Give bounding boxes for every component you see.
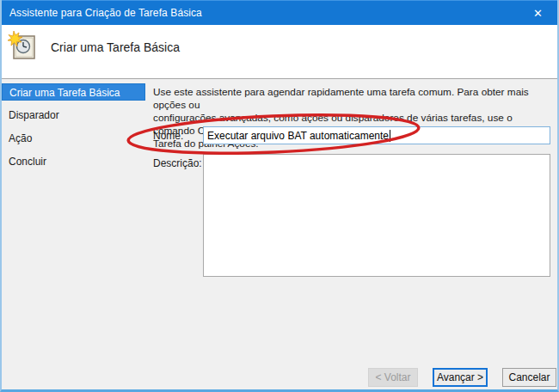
wizard-window: Assistente para Criação de Tarefa Básica… <box>0 0 559 392</box>
description-label: Descrição: <box>153 157 202 169</box>
sidebar-item-disparador[interactable]: Disparador <box>2 107 148 124</box>
next-button[interactable]: Avançar > <box>433 368 488 387</box>
description-input[interactable] <box>203 154 550 277</box>
close-button[interactable]: ✕ <box>519 1 557 26</box>
page-title: Criar uma Tarefa Básica <box>51 40 180 54</box>
sidebar-item-concluir[interactable]: Concluir <box>2 153 148 170</box>
sidebar-item-acao[interactable]: Ação <box>2 130 148 147</box>
name-input-value: Executar arquivo BAT automaticamente <box>207 130 389 142</box>
sidebar-item-criar-tarefa-basica[interactable]: Criar uma Tarefa Básica <box>2 83 145 101</box>
wizard-header: Criar uma Tarefa Básica <box>2 25 557 79</box>
window-title: Assistente para Criação de Tarefa Básica <box>2 7 202 19</box>
intro-line: Use este assistente para agendar rapidam… <box>153 86 554 112</box>
wizard-steps-sidebar: Criar uma Tarefa Básica Disparador Ação … <box>2 83 148 176</box>
text-cursor <box>390 130 390 142</box>
close-icon: ✕ <box>533 7 543 20</box>
name-input[interactable]: Executar arquivo BAT automaticamente <box>203 126 550 144</box>
cancel-button[interactable]: Cancelar <box>502 368 556 387</box>
back-button: < Voltar <box>368 368 418 387</box>
name-label: Nome: <box>153 130 183 142</box>
task-scheduler-new-task-icon <box>8 30 37 68</box>
title-bar: Assistente para Criação de Tarefa Básica… <box>2 0 557 25</box>
